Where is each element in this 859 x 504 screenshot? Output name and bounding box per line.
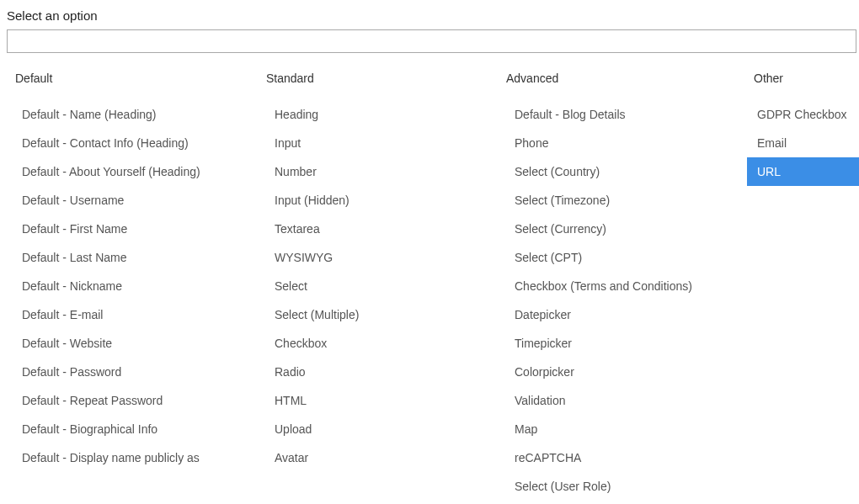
option-advanced-select-timezone[interactable]: Select (Timezone) xyxy=(499,186,747,215)
option-default-first-name[interactable]: Default - First Name xyxy=(15,215,251,243)
option-standard-input-hidden[interactable]: Input (Hidden) xyxy=(251,186,499,215)
option-standard-upload[interactable]: Upload xyxy=(251,415,499,443)
option-default-website[interactable]: Default - Website xyxy=(15,329,251,358)
option-default-about-yourself-heading[interactable]: Default - About Yourself (Heading) xyxy=(15,157,251,186)
column-advanced: Advanced Default - Blog Details Phone Se… xyxy=(499,72,747,501)
option-standard-heading[interactable]: Heading xyxy=(251,100,499,129)
option-standard-wysiwyg[interactable]: WYSIWYG xyxy=(251,243,499,272)
search-input[interactable] xyxy=(7,29,856,53)
option-standard-number[interactable]: Number xyxy=(251,157,499,186)
option-default-nickname[interactable]: Default - Nickname xyxy=(15,272,251,300)
option-standard-select-multiple[interactable]: Select (Multiple) xyxy=(251,300,499,329)
column-standard: Standard Heading Input Number Input (Hid… xyxy=(251,72,499,501)
option-advanced-checkbox-terms[interactable]: Checkbox (Terms and Conditions) xyxy=(499,272,747,300)
option-advanced-select-user-role[interactable]: Select (User Role) xyxy=(499,472,747,501)
option-default-name-heading[interactable]: Default - Name (Heading) xyxy=(15,100,251,129)
column-header-other: Other xyxy=(747,72,859,85)
option-default-contact-info-heading[interactable]: Default - Contact Info (Heading) xyxy=(15,129,251,157)
column-header-default: Default xyxy=(15,72,251,85)
option-default-display-name-publicly-as[interactable]: Default - Display name publicly as xyxy=(15,443,251,472)
option-advanced-blog-details[interactable]: Default - Blog Details xyxy=(499,100,747,129)
option-other-gdpr-checkbox[interactable]: GDPR Checkbox xyxy=(747,100,859,129)
option-picker: Select an option Default Default - Name … xyxy=(0,0,859,504)
option-standard-textarea[interactable]: Textarea xyxy=(251,215,499,243)
column-header-standard: Standard xyxy=(251,72,499,85)
option-advanced-recaptcha[interactable]: reCAPTCHA xyxy=(499,443,747,472)
option-advanced-timepicker[interactable]: Timepicker xyxy=(499,329,747,358)
option-standard-radio[interactable]: Radio xyxy=(251,358,499,386)
column-default: Default Default - Name (Heading) Default… xyxy=(0,72,251,501)
option-default-repeat-password[interactable]: Default - Repeat Password xyxy=(15,386,251,415)
search-wrap xyxy=(0,29,859,53)
option-default-password[interactable]: Default - Password xyxy=(15,358,251,386)
option-advanced-validation[interactable]: Validation xyxy=(499,386,747,415)
option-other-email[interactable]: Email xyxy=(747,129,859,157)
option-advanced-select-country[interactable]: Select (Country) xyxy=(499,157,747,186)
option-other-url[interactable]: URL xyxy=(747,157,859,186)
option-default-email[interactable]: Default - E-mail xyxy=(15,300,251,329)
columns: Default Default - Name (Heading) Default… xyxy=(0,72,859,501)
option-standard-avatar[interactable]: Avatar xyxy=(251,443,499,472)
column-other: Other GDPR Checkbox Email URL xyxy=(747,72,859,501)
option-default-biographical-info[interactable]: Default - Biographical Info xyxy=(15,415,251,443)
option-default-last-name[interactable]: Default - Last Name xyxy=(15,243,251,272)
option-standard-checkbox[interactable]: Checkbox xyxy=(251,329,499,358)
option-advanced-select-currency[interactable]: Select (Currency) xyxy=(499,215,747,243)
option-standard-select[interactable]: Select xyxy=(251,272,499,300)
option-advanced-select-cpt[interactable]: Select (CPT) xyxy=(499,243,747,272)
dialog-title: Select an option xyxy=(0,0,859,29)
option-standard-html[interactable]: HTML xyxy=(251,386,499,415)
option-default-username[interactable]: Default - Username xyxy=(15,186,251,215)
option-advanced-colorpicker[interactable]: Colorpicker xyxy=(499,358,747,386)
column-header-advanced: Advanced xyxy=(499,72,747,85)
option-advanced-phone[interactable]: Phone xyxy=(499,129,747,157)
option-advanced-datepicker[interactable]: Datepicker xyxy=(499,300,747,329)
option-advanced-map[interactable]: Map xyxy=(499,415,747,443)
option-standard-input[interactable]: Input xyxy=(251,129,499,157)
